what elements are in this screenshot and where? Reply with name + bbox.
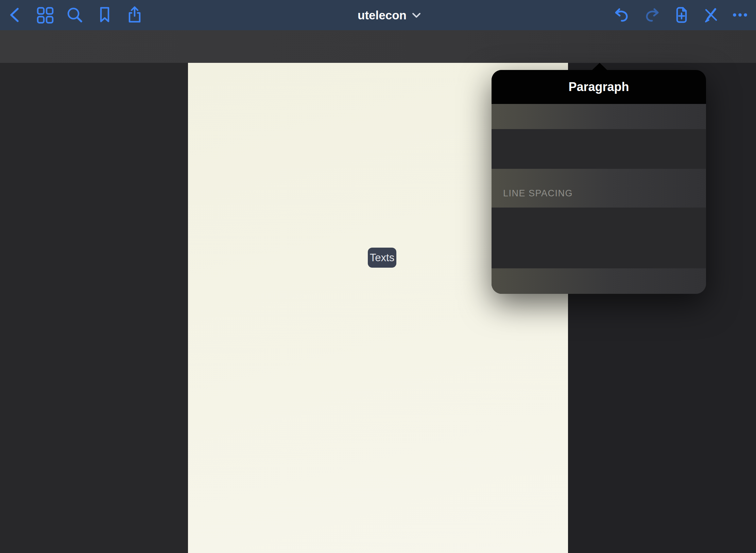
bookmark-button[interactable] xyxy=(94,5,115,25)
selected-text-label: Texts xyxy=(370,252,394,264)
document-title-button[interactable]: utelecon xyxy=(358,0,421,30)
undo-icon xyxy=(612,5,631,24)
ellipsis-icon xyxy=(731,5,750,24)
chevron-down-icon xyxy=(412,13,421,18)
search-button[interactable] xyxy=(65,5,85,25)
alignment-row xyxy=(492,129,706,169)
back-button[interactable] xyxy=(5,5,26,25)
redo-icon xyxy=(642,5,662,24)
line-spacing-rows: Automatic 16.00 pt − + xyxy=(492,208,706,268)
pen-slash-icon xyxy=(701,5,720,24)
chevron-left-icon xyxy=(6,5,25,24)
bookmark-icon xyxy=(95,5,114,24)
selected-text-object[interactable]: Texts xyxy=(368,248,396,268)
popover-translucent-band xyxy=(492,268,706,294)
line-spacing-section-label: LINE SPACING xyxy=(503,188,573,199)
share-button[interactable] xyxy=(124,5,145,25)
add-page-button[interactable] xyxy=(671,5,692,25)
popover-title: Paragraph xyxy=(568,80,629,94)
document-title: utelecon xyxy=(358,8,407,22)
tools-bar: a xyxy=(0,30,756,63)
nav-bar: utelecon xyxy=(0,0,756,31)
redo-button[interactable] xyxy=(642,5,662,25)
canvas-left-margin xyxy=(0,63,188,553)
thumbnails-button[interactable] xyxy=(35,5,55,25)
more-button[interactable] xyxy=(730,5,751,25)
app-screen: utelecon xyxy=(0,0,756,553)
popover-header: Paragraph xyxy=(492,70,706,104)
readonly-toggle-button[interactable] xyxy=(701,5,721,25)
popover-translucent-band xyxy=(492,104,706,129)
share-icon xyxy=(125,5,144,24)
undo-button[interactable] xyxy=(612,5,632,25)
popover-arrow xyxy=(592,63,607,70)
search-icon xyxy=(65,5,84,24)
document-plus-icon xyxy=(672,5,691,24)
paragraph-popover: Paragraph LINE SPACING Automatic xyxy=(492,70,706,294)
grid-icon xyxy=(35,5,54,24)
